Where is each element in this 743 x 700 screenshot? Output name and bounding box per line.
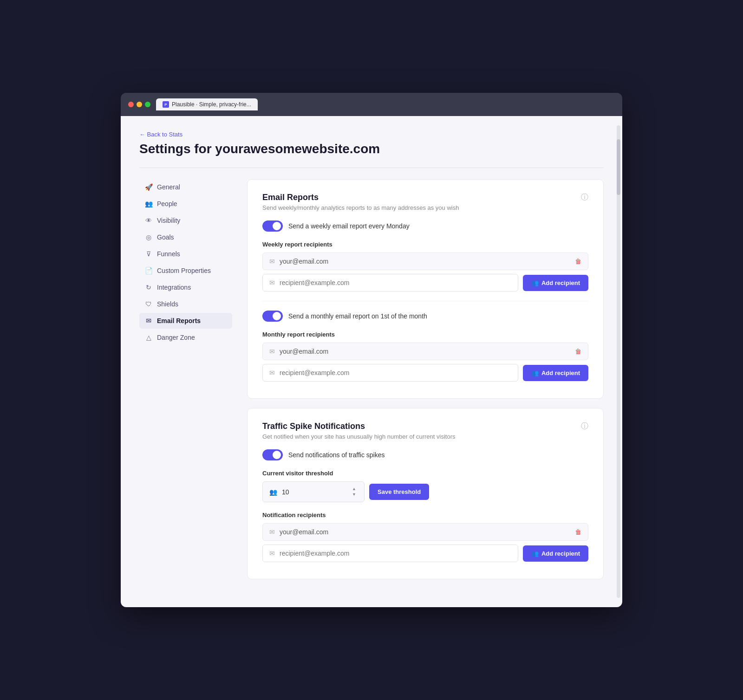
monthly-recipient-delete-icon[interactable]: 🗑 [575, 348, 581, 355]
monthly-recipient-email: your@email.com [280, 348, 575, 355]
notification-add-input[interactable] [280, 550, 511, 557]
monthly-add-people-icon: 👥 [531, 369, 539, 376]
weekly-add-input-wrap: ✉ [262, 274, 518, 292]
threshold-people-icon: 👥 [269, 488, 277, 496]
target-icon: ◎ [145, 233, 152, 241]
traffic-spike-card: Traffic Spike Notifications ⓘ Get notifi… [247, 408, 604, 579]
email-reports-header: Email Reports ⓘ [262, 193, 588, 202]
sidebar-item-danger-zone[interactable]: △ Danger Zone [139, 330, 232, 345]
weekly-add-recipient-button[interactable]: 👥 Add recipient [523, 275, 588, 291]
sidebar: 🚀 General 👥 People 👁 Visibility ◎ Goals … [139, 179, 232, 589]
sidebar-label-shields: Shields [157, 300, 178, 308]
email-reports-card: Email Reports ⓘ Send weekly/monthly anal… [247, 179, 604, 399]
notification-recipients-label: Notification recipients [262, 512, 588, 519]
sidebar-item-funnels[interactable]: ⊽ Funnels [139, 246, 232, 262]
integrations-icon: ↻ [145, 284, 152, 291]
tab-label: Plausible · Simple, privacy-frie... [172, 101, 251, 108]
file-icon: 📄 [145, 267, 152, 274]
sidebar-label-funnels: Funnels [157, 250, 180, 258]
threshold-input[interactable] [282, 488, 348, 496]
notification-recipient-email: your@email.com [280, 528, 575, 536]
scrollbar[interactable] [617, 125, 620, 598]
traffic-spike-info-icon[interactable]: ⓘ [581, 421, 588, 431]
close-button[interactable] [128, 102, 134, 107]
email-reports-title: Email Reports [262, 193, 319, 202]
notification-recipient-row: ✉ your@email.com 🗑 [262, 523, 588, 541]
threshold-section-label: Current visitor threshold [262, 470, 588, 477]
sidebar-label-integrations: Integrations [157, 284, 191, 291]
danger-icon: △ [145, 334, 152, 341]
people-icon: 👥 [145, 200, 152, 207]
threshold-input-wrap: 👥 ▲ ▼ [262, 481, 365, 502]
save-threshold-label: Save threshold [378, 488, 421, 495]
monthly-add-input[interactable] [280, 369, 511, 376]
sidebar-item-email-reports[interactable]: ✉ Email Reports [139, 313, 232, 329]
eye-icon: 👁 [145, 217, 152, 224]
traffic-spike-header: Traffic Spike Notifications ⓘ [262, 421, 588, 431]
weekly-add-email-icon: ✉ [269, 279, 275, 286]
sidebar-label-general: General [157, 183, 180, 191]
weekly-recipient-email: your@email.com [280, 258, 575, 265]
weekly-add-row: ✉ 👥 Add recipient [262, 274, 588, 292]
spike-toggle-row: Send notifications of traffic spikes [262, 449, 588, 460]
threshold-increment-button[interactable]: ▲ [351, 486, 358, 492]
scrollbar-thumb[interactable] [617, 139, 620, 195]
browser-window: P Plausible · Simple, privacy-frie... ← … [121, 93, 622, 607]
browser-titlebar: P Plausible · Simple, privacy-frie... [121, 93, 622, 116]
email-reports-info-icon[interactable]: ⓘ [581, 193, 588, 202]
traffic-spike-title: Traffic Spike Notifications [262, 421, 365, 431]
monthly-recipient-row: ✉ your@email.com 🗑 [262, 343, 588, 360]
spike-toggle-label: Send notifications of traffic spikes [288, 451, 385, 459]
minimize-button[interactable] [137, 102, 142, 107]
sidebar-item-integrations[interactable]: ↻ Integrations [139, 279, 232, 295]
weekly-section-label: Weekly report recipients [262, 241, 588, 248]
notification-add-recipient-button[interactable]: 👥 Add recipient [523, 545, 588, 562]
weekly-toggle-label: Send a weekly email report every Monday [288, 222, 410, 230]
funnel-icon: ⊽ [145, 250, 152, 258]
monthly-add-input-wrap: ✉ [262, 364, 518, 382]
page-title: Settings for yourawesomewebsite.com [139, 142, 604, 156]
weekly-monthly-divider [262, 301, 588, 301]
sidebar-item-goals[interactable]: ◎ Goals [139, 229, 232, 245]
threshold-row: 👥 ▲ ▼ Save threshold [262, 481, 588, 502]
notification-add-email-icon: ✉ [269, 550, 275, 557]
spike-toggle[interactable] [262, 449, 283, 460]
monthly-add-recipient-button[interactable]: 👥 Add recipient [523, 365, 588, 381]
traffic-lights [128, 102, 150, 107]
monthly-recipient-email-icon: ✉ [269, 348, 275, 355]
email-reports-subtitle: Send weekly/monthly analytics reports to… [262, 204, 588, 211]
sidebar-label-visibility: Visibility [157, 217, 180, 224]
sidebar-item-general[interactable]: 🚀 General [139, 179, 232, 195]
weekly-recipient-delete-icon[interactable]: 🗑 [575, 258, 581, 265]
sidebar-label-people: People [157, 200, 177, 207]
sidebar-label-email-reports: Email Reports [157, 317, 201, 324]
weekly-add-btn-label: Add recipient [541, 279, 580, 286]
weekly-toggle[interactable] [262, 220, 283, 232]
sidebar-item-visibility[interactable]: 👁 Visibility [139, 213, 232, 228]
main-layout: 🚀 General 👥 People 👁 Visibility ◎ Goals … [139, 179, 604, 589]
threshold-decrement-button[interactable]: ▼ [351, 492, 358, 497]
save-threshold-button[interactable]: Save threshold [369, 484, 429, 500]
monthly-toggle-row: Send a monthly email report on 1st of th… [262, 311, 588, 322]
maximize-button[interactable] [145, 102, 150, 107]
sidebar-item-custom-properties[interactable]: 📄 Custom Properties [139, 263, 232, 279]
back-to-stats-link[interactable]: ← Back to Stats [139, 131, 604, 138]
main-content: Email Reports ⓘ Send weekly/monthly anal… [247, 179, 604, 589]
browser-tab[interactable]: P Plausible · Simple, privacy-frie... [156, 98, 258, 110]
sidebar-item-people[interactable]: 👥 People [139, 196, 232, 212]
threshold-stepper: ▲ ▼ [351, 486, 358, 497]
weekly-recipient-row: ✉ your@email.com 🗑 [262, 253, 588, 270]
notification-recipient-delete-icon[interactable]: 🗑 [575, 528, 581, 536]
page-divider [139, 168, 604, 168]
rocket-icon: 🚀 [145, 183, 152, 191]
weekly-add-input[interactable] [280, 279, 511, 286]
tab-favicon: P [163, 101, 169, 108]
monthly-toggle-label: Send a monthly email report on 1st of th… [288, 312, 427, 320]
envelope-icon: ✉ [145, 317, 152, 324]
monthly-add-btn-label: Add recipient [541, 369, 580, 376]
monthly-add-row: ✉ 👥 Add recipient [262, 364, 588, 382]
traffic-spike-subtitle: Get notified when your site has unusuall… [262, 433, 588, 440]
monthly-toggle[interactable] [262, 311, 283, 322]
weekly-toggle-row: Send a weekly email report every Monday [262, 220, 588, 232]
sidebar-item-shields[interactable]: 🛡 Shields [139, 296, 232, 312]
